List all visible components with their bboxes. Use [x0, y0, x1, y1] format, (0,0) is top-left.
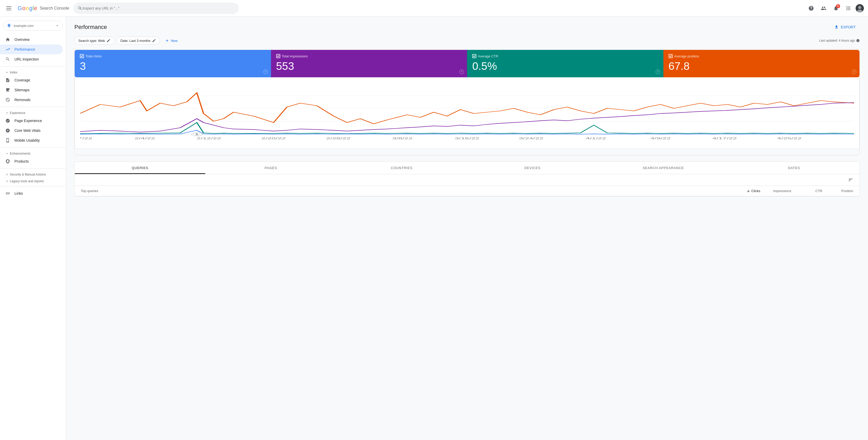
sidebar: example.com Overview Performance [0, 17, 66, 440]
topbar-icons: 5 [806, 3, 864, 13]
sidebar-section-enhancements[interactable]: Enhancements [0, 150, 66, 156]
app-title: Search Console [40, 6, 69, 10]
download-icon [834, 25, 839, 29]
sidebar-label-sitemaps: Sitemaps [14, 88, 29, 92]
sidebar-label-products: Products [14, 159, 29, 164]
sidebar-item-coverage[interactable]: Coverage [0, 75, 63, 85]
tab-search-appearance[interactable]: SEARCH APPEARANCE [598, 162, 728, 174]
sidebar-item-removals[interactable]: Removals [0, 95, 63, 105]
section-label-security: Security & Manual Actions [10, 173, 46, 176]
sidebar-section-legacy[interactable]: Legacy tools and reports [0, 177, 66, 184]
svg-text:4/17/22: 4/17/22 [712, 137, 737, 140]
svg-text:3/16/22: 3/16/22 [455, 137, 479, 140]
clicks-label: Total clicks [80, 54, 266, 58]
metric-card-position[interactable]: Average position 67.8 ? [663, 50, 860, 77]
tab-queries[interactable]: QUERIES [75, 162, 206, 174]
property-selector[interactable]: example.com [3, 21, 63, 30]
sidebar-item-products[interactable]: Products [0, 156, 63, 166]
sidebar-item-performance[interactable]: Performance [0, 45, 63, 54]
tab-devices[interactable]: DEVICES [467, 162, 598, 174]
table-header: Top queries Clicks Impressions CTR Posit… [75, 186, 860, 196]
impressions-help[interactable]: ? [459, 69, 464, 74]
date-label: Date: Last 3 months [120, 39, 150, 43]
svg-rect-2 [6, 9, 11, 10]
doc-icon [5, 78, 10, 83]
url-search-input[interactable] [83, 6, 234, 10]
main-content: Performance EXPORT Search type: Web Date… [66, 17, 868, 440]
filter-rows-button[interactable] [846, 176, 855, 183]
sidebar-section-index[interactable]: Index [0, 68, 66, 75]
date-filter[interactable]: Date: Last 3 months [117, 37, 160, 45]
col-header-ctr[interactable]: CTR [791, 189, 822, 193]
svg-text:1: 1 [195, 133, 199, 136]
ctr-help[interactable]: ? [656, 69, 660, 74]
sidebar-divider-5 [0, 186, 66, 186]
svg-text:4/25/22: 4/25/22 [777, 137, 802, 140]
svg-text:2/12/22: 2/12/22 [196, 137, 221, 140]
svg-text:1/27/22: 1/27/22 [80, 137, 92, 140]
tab-dates[interactable]: DATES [729, 162, 860, 174]
search-type-filter[interactable]: Search type: Web [74, 37, 115, 45]
sidebar-section-experience[interactable]: Experience [0, 109, 66, 116]
svg-text:3/24/22: 3/24/22 [519, 137, 544, 140]
metric-cards: Total clicks 3 ? Total impressions 553 ? [75, 50, 860, 77]
sidebar-label-core-web-vitals: Core Web Vitals [14, 128, 40, 133]
metric-card-impressions[interactable]: Total impressions 553 ? [271, 50, 467, 77]
sidebar-item-url-inspection[interactable]: URL inspection [0, 54, 63, 64]
position-value: 67.8 [669, 60, 855, 72]
sidebar-item-mobile-usability[interactable]: Mobile Usability [0, 136, 63, 145]
edit-icon-date [152, 38, 156, 43]
col-header-position[interactable]: Position [822, 189, 853, 193]
notifications-button[interactable]: 5 [831, 3, 841, 13]
help-button[interactable] [806, 3, 816, 13]
gauge-icon [5, 128, 10, 133]
sidebar-item-links[interactable]: Links [0, 188, 63, 198]
add-filter-button[interactable]: New [162, 37, 181, 44]
col-header-impressions[interactable]: Impressions [760, 189, 791, 193]
sidebar-item-page-experience[interactable]: Page Experience [0, 116, 63, 126]
new-filter-label: New [171, 39, 178, 43]
tab-pages[interactable]: PAGES [206, 162, 336, 174]
metric-card-clicks[interactable]: Total clicks 3 ? [75, 50, 271, 77]
export-button[interactable]: EXPORT [830, 23, 860, 32]
property-icon [6, 23, 11, 28]
svg-point-4 [858, 6, 861, 9]
last-updated-text: Last updated: 4 hours ago [819, 39, 855, 42]
app-container: Google Search Console 5 [0, 0, 868, 440]
sidebar-section-security[interactable]: Security & Manual Actions [0, 171, 66, 177]
last-updated: Last updated: 4 hours ago [819, 39, 860, 42]
col-header-clicks[interactable]: Clicks [729, 189, 760, 193]
avatar[interactable] [856, 4, 864, 12]
svg-text:2/28/22: 2/28/22 [326, 137, 350, 140]
info-icon [856, 39, 860, 42]
impressions-label: Total impressions [276, 54, 462, 58]
chevron-right-icon-security [5, 173, 9, 176]
google-logo: Google [18, 5, 37, 12]
section-label-index: Index [10, 70, 17, 74]
clicks-help[interactable]: ? [263, 69, 268, 74]
manage-users-button[interactable] [818, 3, 829, 13]
menu-button[interactable] [4, 4, 13, 13]
sidebar-item-sitemaps[interactable]: Sitemaps [0, 85, 63, 95]
notification-badge: 5 [836, 4, 840, 8]
sidebar-label-url-inspection: URL inspection [14, 57, 39, 61]
section-label-legacy: Legacy tools and reports [10, 179, 44, 183]
position-help[interactable]: ? [852, 69, 857, 74]
export-label: EXPORT [841, 25, 856, 29]
sidebar-item-core-web-vitals[interactable]: Core Web Vitals [0, 126, 63, 136]
sidebar-label-coverage: Coverage [14, 78, 30, 82]
url-search-bar[interactable] [73, 3, 239, 14]
sidebar-label-links: Links [14, 191, 23, 196]
position-checkbox [669, 54, 673, 58]
metric-card-ctr[interactable]: Average CTR 0.5% ? [467, 50, 663, 77]
tabs-container: QUERIES PAGES COUNTRIES DEVICES SEARCH A… [74, 162, 860, 197]
filters-row: Search type: Web Date: Last 3 months New… [74, 37, 860, 45]
impressions-checkbox [276, 54, 280, 58]
search-type-label: Search type: Web [78, 39, 105, 43]
clicks-checkbox [80, 54, 84, 58]
tab-countries[interactable]: COUNTRIES [336, 162, 467, 174]
sidebar-item-overview[interactable]: Overview [0, 35, 63, 45]
ctr-checkbox [472, 54, 476, 58]
tabs-row: QUERIES PAGES COUNTRIES DEVICES SEARCH A… [75, 162, 860, 174]
grid-apps-button[interactable] [843, 3, 854, 13]
